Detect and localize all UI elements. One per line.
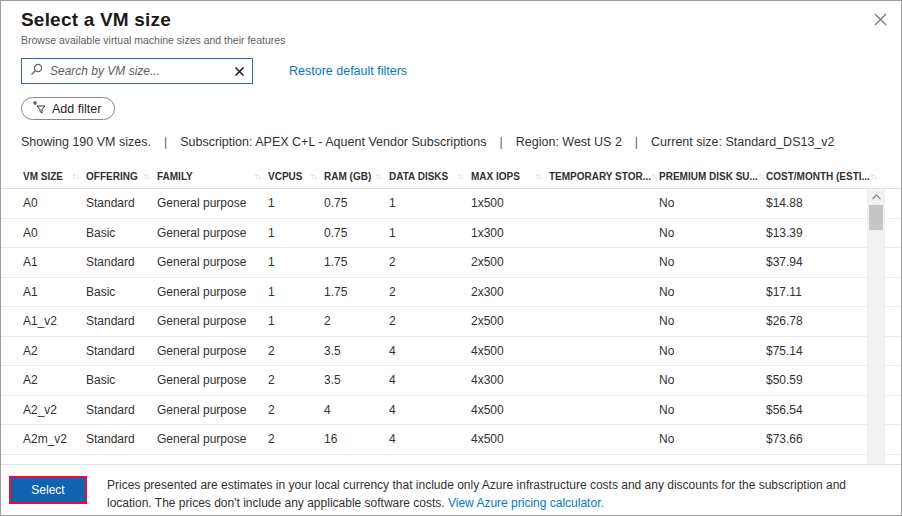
clear-search-icon[interactable]	[235, 67, 244, 76]
cell-family: General purpose	[157, 226, 268, 240]
cell-family: General purpose	[157, 373, 268, 387]
sort-arrows-icon[interactable]: ↑↓	[310, 172, 316, 181]
cell-ram-gb: 0.75	[324, 226, 389, 240]
table-row[interactable]: A0 Basic General purpose 1 0.75 1 1x300 …	[1, 219, 901, 249]
cell-vcpus: 1	[268, 196, 324, 210]
column-header[interactable]: RAM (GB) ↑↓	[324, 171, 389, 182]
cell-vm-size: A2_v2	[23, 403, 86, 417]
sort-arrows-icon[interactable]: ↑↓	[72, 172, 78, 181]
cell-ram-gb: 1.75	[324, 255, 389, 269]
sort-arrows-icon[interactable]: ↑↓	[254, 172, 260, 181]
column-header-label: PREMIUM DISK SU...	[659, 171, 758, 182]
cell-offering: Standard	[86, 314, 157, 328]
cell-premium-disk: No	[659, 403, 766, 417]
column-header[interactable]: MAX IOPS ↑↓	[471, 171, 549, 182]
add-filter-label: Add filter	[52, 102, 101, 116]
column-header[interactable]: VCPUS ↑↓	[268, 171, 324, 182]
cell-max-iops: 4x500	[471, 344, 549, 358]
column-header[interactable]: FAMILY ↑↓	[157, 171, 268, 182]
table-row[interactable]: A0 Standard General purpose 1 0.75 1 1x5…	[1, 189, 901, 219]
table-row[interactable]: A1 Basic General purpose 1 1.75 2 2x300 …	[1, 278, 901, 308]
cell-data-disks: 1	[389, 196, 471, 210]
cell-vcpus: 2	[268, 344, 324, 358]
cell-vm-size: A2	[23, 344, 86, 358]
close-icon[interactable]	[871, 10, 889, 28]
status-separator: |	[164, 135, 167, 149]
cell-vcpus: 1	[268, 314, 324, 328]
column-header-label: VM SIZE	[23, 171, 63, 182]
column-header[interactable]: COST/MONTH (ESTI... ↑↓	[766, 171, 881, 182]
table-header: VM SIZE ↑↓ OFFERING ↑↓ FAMILY ↑↓ VCPUS ↑…	[1, 165, 901, 189]
sort-arrows-icon[interactable]: ↑↓	[143, 172, 149, 181]
table-row[interactable]: A1_v2 Standard General purpose 1 2 2 2x5…	[1, 307, 901, 337]
cell-max-iops: 2x500	[471, 314, 549, 328]
table-row[interactable]: A2m_v2 Standard General purpose 2 16 4 4…	[1, 425, 901, 455]
cell-max-iops: 1x300	[471, 226, 549, 240]
cell-data-disks: 2	[389, 285, 471, 299]
restore-default-filters-link[interactable]: Restore default filters	[289, 64, 407, 78]
status-bar: Showing 190 VM sizes.|Subscription: APEX…	[21, 135, 881, 149]
cell-max-iops: 2x300	[471, 285, 549, 299]
cell-vm-size: A0	[23, 196, 86, 210]
table-row[interactable]: A2 Standard General purpose 2 3.5 4 4x50…	[1, 337, 901, 367]
cell-ram-gb: 0.75	[324, 196, 389, 210]
sort-arrows-icon[interactable]: ↑↓	[375, 172, 381, 181]
cell-offering: Standard	[86, 344, 157, 358]
column-header[interactable]: TEMPORARY STOR... ↑↓	[549, 171, 659, 182]
scroll-up-icon[interactable]	[867, 190, 885, 204]
column-header[interactable]: PREMIUM DISK SU... ↑↓	[659, 171, 766, 182]
cell-max-iops: 4x500	[471, 432, 549, 446]
cell-offering: Basic	[86, 285, 157, 299]
cell-max-iops: 4x300	[471, 373, 549, 387]
cell-family: General purpose	[157, 255, 268, 269]
cell-cost: $50.59	[766, 373, 881, 387]
search-box[interactable]	[21, 58, 253, 84]
column-header[interactable]: OFFERING ↑↓	[86, 171, 157, 182]
cell-offering: Standard	[86, 432, 157, 446]
table-row[interactable]: A1 Standard General purpose 1 1.75 2 2x5…	[1, 248, 901, 278]
sort-arrows-icon[interactable]: ↑↓	[758, 172, 764, 181]
dialog-footer: Select Prices presented are estimates in…	[1, 464, 901, 515]
cell-premium-disk: No	[659, 255, 766, 269]
sort-arrows-icon[interactable]: ↑↓	[870, 172, 876, 181]
column-header-label: COST/MONTH (ESTI...	[766, 171, 870, 182]
cell-vcpus: 1	[268, 285, 324, 299]
table-scrollbar[interactable]	[867, 189, 885, 484]
table-body: A0 Standard General purpose 1 0.75 1 1x5…	[1, 189, 901, 484]
sort-arrows-icon[interactable]: ↑↓	[535, 172, 541, 181]
cell-vcpus: 2	[268, 373, 324, 387]
cell-max-iops: 2x500	[471, 255, 549, 269]
add-filter-icon	[32, 100, 46, 117]
cell-family: General purpose	[157, 403, 268, 417]
sort-arrows-icon[interactable]: ↑↓	[457, 172, 463, 181]
cell-data-disks: 4	[389, 373, 471, 387]
cell-vcpus: 2	[268, 432, 324, 446]
scrollbar-thumb[interactable]	[869, 205, 883, 230]
cell-vcpus: 2	[268, 403, 324, 417]
cell-ram-gb: 3.5	[324, 373, 389, 387]
column-header[interactable]: DATA DISKS ↑↓	[389, 171, 471, 182]
cell-ram-gb: 3.5	[324, 344, 389, 358]
column-header[interactable]: VM SIZE ↑↓	[23, 171, 86, 182]
table-row[interactable]: A2 Basic General purpose 2 3.5 4 4x300 N…	[1, 366, 901, 396]
page-title: Select a VM size	[21, 9, 881, 31]
page-subtitle: Browse available virtual machine sizes a…	[21, 34, 881, 46]
cell-family: General purpose	[157, 432, 268, 446]
cell-data-disks: 4	[389, 344, 471, 358]
search-input[interactable]	[50, 64, 228, 78]
table-row[interactable]: A2_v2 Standard General purpose 2 4 4 4x5…	[1, 396, 901, 426]
cell-data-disks: 2	[389, 314, 471, 328]
add-filter-button[interactable]: Add filter	[21, 97, 115, 120]
select-button[interactable]: Select	[11, 478, 85, 502]
column-header-label: FAMILY	[157, 171, 193, 182]
cell-cost: $14.88	[766, 196, 881, 210]
add-filter-row: Add filter	[21, 97, 881, 120]
cell-vm-size: A2	[23, 373, 86, 387]
cell-premium-disk: No	[659, 432, 766, 446]
cell-max-iops: 4x500	[471, 403, 549, 417]
search-icon	[30, 62, 43, 80]
column-header-label: MAX IOPS	[471, 171, 520, 182]
pricing-calculator-link[interactable]: View Azure pricing calculator.	[448, 496, 604, 510]
cell-cost: $13.39	[766, 226, 881, 240]
sort-arrows-icon[interactable]: ↑↓	[651, 172, 657, 181]
